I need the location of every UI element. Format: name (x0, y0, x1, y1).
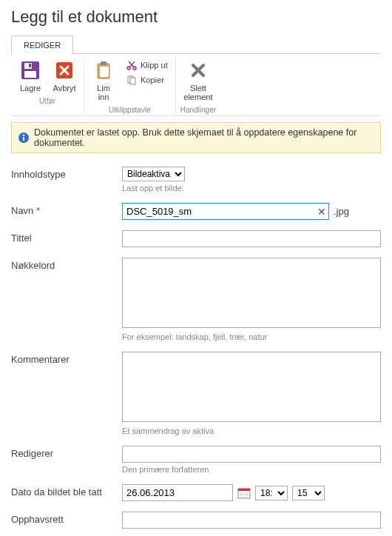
paste-label: Lim inn (97, 84, 110, 101)
clipboard-icon (92, 58, 115, 82)
label-tittel: Tittel (11, 230, 122, 244)
label-dato: Dato da bildet ble tatt (11, 484, 122, 498)
copy-button[interactable]: Kopier (123, 73, 171, 87)
dato-input[interactable] (122, 484, 233, 501)
innholdstype-select[interactable]: Bildeaktiva (122, 167, 185, 181)
kommentarer-textarea[interactable] (122, 352, 381, 422)
cancel-icon (53, 58, 76, 82)
info-icon (18, 132, 30, 144)
copy-icon (126, 74, 138, 86)
save-button[interactable]: Lagre (16, 57, 45, 94)
group-label-handlinger: Handlinger (180, 106, 216, 114)
opphavsrett-input[interactable] (122, 512, 381, 529)
delete-icon (186, 58, 210, 82)
label-nokkelord: Nøkkelord (11, 258, 122, 271)
svg-rect-16 (238, 489, 250, 491)
page-title: Legg til et dokument (11, 7, 381, 27)
copy-label: Kopier (141, 76, 164, 84)
hour-select[interactable]: 18: (255, 486, 288, 500)
cancel-button[interactable]: Avbryt (50, 57, 79, 94)
hint-kommentarer: Et sammendrag av aktiva (122, 426, 381, 435)
svg-rect-2 (29, 64, 31, 67)
cut-label: Klipp ut (141, 61, 168, 70)
label-redigerer: Redigerer (11, 446, 122, 459)
group-label-utfor: Utfør (16, 97, 79, 105)
svg-rect-6 (101, 61, 107, 65)
calendar-icon[interactable] (237, 486, 251, 500)
ribbon-group-handlinger: Slett element Handlinger (176, 57, 220, 114)
label-navn: Navn * (11, 203, 122, 216)
label-innholdstype: Innholdstype (11, 167, 122, 180)
save-label: Lagre (20, 84, 41, 93)
navn-input[interactable] (122, 203, 329, 220)
ribbon-group-utfor: Lagre Avbryt Utfør (11, 57, 84, 114)
form: Innholdstype Bildeaktiva Last opp et bil… (11, 167, 381, 529)
info-text: Dokumentet er lastet opp. Bruk dette skj… (34, 127, 374, 148)
cancel-label: Avbryt (53, 84, 76, 93)
ribbon: Lagre Avbryt Utfør Lim inn (11, 54, 381, 116)
svg-rect-13 (23, 137, 24, 141)
cut-button[interactable]: Klipp ut (123, 58, 171, 72)
label-opphavsrett: Opphavsrett (11, 512, 122, 525)
group-label-utklipp: Utklippstavle (89, 106, 171, 114)
file-ext: .jpg (334, 206, 349, 217)
delete-button[interactable]: Slett element (180, 57, 215, 103)
clear-icon[interactable]: ✕ (317, 206, 326, 218)
svg-point-14 (23, 134, 24, 135)
tittel-input[interactable] (122, 230, 381, 247)
label-kommentarer: Kommentarer (11, 352, 122, 365)
hint-innholdstype: Last opp et bilde. (122, 184, 381, 192)
ribbon-group-utklipp: Lim inn Klipp ut Kopier (84, 57, 176, 114)
scissors-icon (126, 59, 138, 71)
svg-rect-11 (130, 78, 135, 84)
svg-rect-3 (24, 71, 36, 78)
paste-button[interactable]: Lim inn (89, 57, 118, 103)
nokkelord-textarea[interactable] (122, 258, 381, 328)
redigerer-input[interactable] (122, 446, 381, 463)
save-icon (18, 58, 42, 82)
svg-rect-7 (100, 67, 109, 77)
minute-select[interactable]: 15 (292, 486, 325, 500)
tab-rediger[interactable]: REDIGER (11, 36, 73, 54)
tab-bar: REDIGER (11, 36, 381, 54)
hint-redigerer: Den primære forfatteren (122, 465, 381, 474)
hint-nokkelord: For eksempel: landskap, fjell, trær, nat… (122, 332, 381, 341)
info-bar: Dokumentet er lastet opp. Bruk dette skj… (11, 122, 381, 153)
delete-label: Slett element (183, 84, 212, 101)
